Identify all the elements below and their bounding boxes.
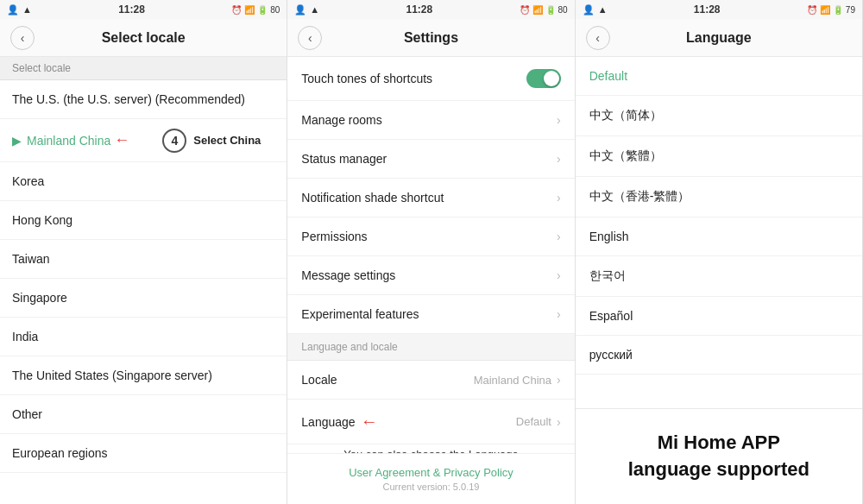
alarm-icon-1: ⏰	[231, 5, 242, 15]
language-item-zh-tw[interactable]: 中文（繁體）	[576, 136, 862, 177]
language-item-zh-hk[interactable]: 中文（香港-繁體）	[576, 177, 862, 217]
wifi-icon-2: 📶	[532, 5, 543, 15]
title-3: Language	[610, 30, 828, 46]
status-bar-3: 👤 ▲ 11:28 ⏰ 📶 🔋 79	[576, 0, 862, 19]
wifi-icon-1: 📶	[244, 5, 255, 15]
language-item-default[interactable]: Default	[576, 57, 862, 96]
settings-list: Touch tones of shortcuts Manage rooms › …	[287, 57, 574, 453]
language-label-ru: русский	[589, 348, 633, 362]
battery-level-2: 80	[558, 5, 568, 15]
header-3: ‹ Language	[576, 19, 862, 57]
header-1: ‹ Select locale	[0, 19, 287, 57]
status-right-3: ⏰ 📶 🔋 79	[807, 5, 855, 15]
language-list: Default 中文（简体） 中文（繁體） 中文（香港-繁體） English …	[576, 57, 862, 408]
chevron-rooms: ›	[557, 113, 561, 127]
locale-label-hongkong: Hong Kong	[12, 213, 72, 227]
settings-item-status[interactable]: Status manager ›	[287, 140, 574, 179]
status-left-3: 👤 ▲	[583, 4, 608, 16]
locale-item-singapore[interactable]: Singapore	[0, 279, 287, 318]
locale-item-us-sg[interactable]: The United States (Singapore server)	[0, 356, 287, 395]
panel3-footer-line2: language supported	[589, 457, 848, 483]
settings-item-touch[interactable]: Touch tones of shortcuts	[287, 57, 574, 101]
settings-label-touch: Touch tones of shortcuts	[301, 72, 432, 85]
settings-item-notification[interactable]: Notification shade shortcut ›	[287, 179, 574, 217]
status-bar-2: 👤 ▲ 11:28 ⏰ 📶 🔋 80	[287, 0, 574, 19]
language-label-default: Default	[589, 69, 627, 83]
panel-select-locale: 👤 ▲ 11:28 ⏰ 📶 🔋 80 ‹ Select locale Selec…	[0, 0, 287, 504]
battery-level-3: 79	[846, 5, 855, 15]
language-label-zh-tw: 中文（繁體）	[589, 148, 662, 162]
language-row-left: Language ←	[301, 412, 377, 432]
locale-item-korea[interactable]: Korea	[0, 162, 287, 201]
wifi-icon-3: 📶	[820, 5, 830, 15]
title-2: Settings	[322, 30, 539, 46]
panel3-footer: Mi Home APP language supported	[576, 408, 862, 504]
locale-item-hongkong[interactable]: Hong Kong	[0, 201, 287, 240]
annotation-4: 4 Select China	[162, 129, 261, 153]
locale-label-taiwan: Taiwan	[12, 252, 50, 266]
language-right: Default ›	[516, 415, 561, 429]
locale-item-india[interactable]: India	[0, 318, 287, 356]
settings-item-permissions[interactable]: Permissions ›	[287, 217, 574, 256]
settings-label-permissions: Permissions	[301, 230, 367, 243]
language-item-zh-cn[interactable]: 中文（简体）	[576, 96, 862, 136]
status-bar-1: 👤 ▲ 11:28 ⏰ 📶 🔋 80	[0, 0, 287, 19]
locale-value: Mainland China	[474, 374, 551, 387]
locale-label-china: Mainland China	[27, 134, 110, 148]
battery-icon-1: 🔋	[257, 5, 268, 15]
section-header-language: Language and locale	[287, 334, 574, 361]
language-label-en: English	[589, 230, 629, 243]
person-icon-2: 👤	[294, 4, 306, 16]
settings-item-rooms[interactable]: Manage rooms ›	[287, 101, 574, 140]
selected-chevron: ▶	[12, 134, 22, 148]
locale-subheader: Select locale	[0, 57, 287, 80]
title-1: Select locale	[35, 30, 252, 46]
locale-label-korea: Korea	[12, 174, 44, 188]
language-annotation: You can also choose the Language	[287, 444, 574, 453]
footer-version: Current version: 5.0.19	[301, 482, 560, 492]
toggle-touch[interactable]	[526, 69, 561, 88]
locale-label-india: India	[12, 330, 38, 343]
language-item-ru[interactable]: русский	[576, 336, 862, 375]
language-item-en[interactable]: English	[576, 217, 862, 256]
language-value: Default	[516, 415, 551, 428]
settings-item-message[interactable]: Message settings ›	[287, 256, 574, 295]
back-button-3[interactable]: ‹	[586, 26, 610, 50]
settings-item-experimental[interactable]: Experimental features ›	[287, 295, 574, 334]
chevron-notification: ›	[557, 191, 561, 205]
circle-num-4: 4	[162, 129, 186, 153]
settings-label-locale: Locale	[301, 373, 337, 387]
chevron-status: ›	[557, 152, 561, 166]
locale-label-us: The U.S. (the U.S. server) (Recommended)	[12, 92, 245, 106]
language-label-zh-hk: 中文（香港-繁體）	[589, 189, 690, 203]
signal-icon-1: ▲	[22, 4, 32, 15]
footer-link[interactable]: User Agreement & Privacy Policy	[301, 466, 560, 479]
language-item-ko[interactable]: 한국어	[576, 256, 862, 297]
battery-icon-3: 🔋	[833, 5, 843, 15]
language-label-zh-cn: 中文（简体）	[589, 108, 662, 122]
settings-item-language[interactable]: Language ← Default ›	[287, 400, 574, 444]
language-item-es[interactable]: Español	[576, 297, 862, 336]
settings-item-locale[interactable]: Locale Mainland China ›	[287, 361, 574, 400]
locale-label-singapore: Singapore	[12, 291, 67, 305]
settings-footer: User Agreement & Privacy Policy Current …	[287, 453, 574, 504]
back-button-1[interactable]: ‹	[10, 26, 35, 50]
back-button-2[interactable]: ‹	[298, 26, 322, 50]
locale-item-us[interactable]: The U.S. (the U.S. server) (Recommended)	[0, 80, 287, 119]
locale-item-europe[interactable]: European regions	[0, 434, 287, 473]
locale-list: The U.S. (the U.S. server) (Recommended)…	[0, 80, 287, 504]
time-3: 11:28	[694, 3, 721, 16]
chevron-locale: ›	[557, 373, 561, 387]
person-icon-1: 👤	[7, 4, 19, 16]
locale-item-taiwan[interactable]: Taiwan	[0, 240, 287, 279]
settings-label-language: Language	[301, 415, 355, 429]
settings-label-notification: Notification shade shortcut	[301, 191, 444, 205]
language-label-ko: 한국어	[589, 268, 626, 282]
status-left-2: 👤 ▲	[294, 4, 319, 16]
alarm-icon-3: ⏰	[807, 5, 817, 15]
settings-label-experimental: Experimental features	[301, 307, 419, 321]
locale-item-other[interactable]: Other	[0, 395, 287, 434]
locale-label-other: Other	[12, 407, 42, 421]
alarm-icon-2: ⏰	[520, 5, 530, 15]
locale-item-china[interactable]: ▶ Mainland China ← 4 Select China	[0, 119, 287, 162]
